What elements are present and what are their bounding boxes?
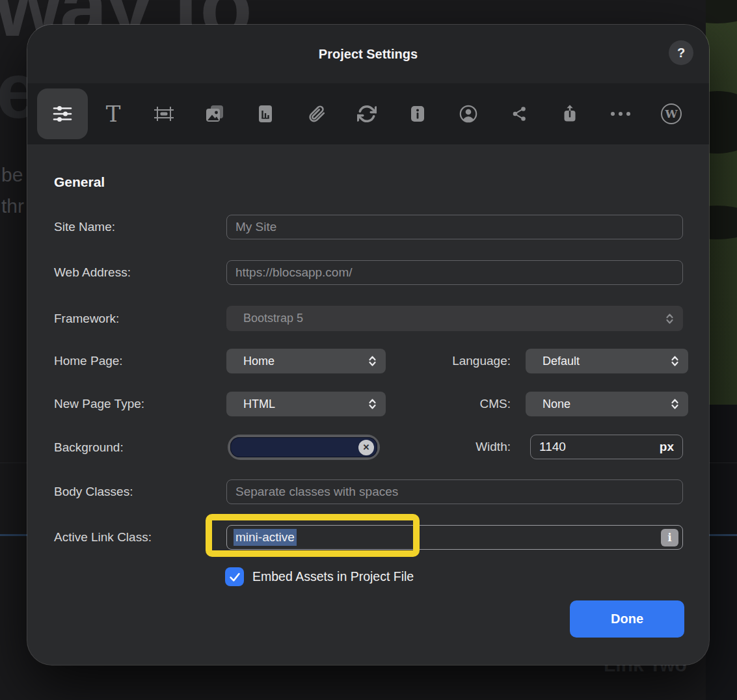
width-label: Width: [392,435,511,459]
refresh-icon [357,104,377,124]
active-link-class-input[interactable]: mini-active i [226,525,683,550]
chevron-updown-icon [665,313,674,325]
cms-select[interactable]: None [526,392,688,416]
tab-export[interactable] [544,88,595,139]
tab-analytics[interactable] [240,88,291,139]
ellipsis-icon [611,112,630,116]
width-input[interactable] [539,440,660,454]
chevron-updown-icon [368,398,377,410]
background-color-swatch [230,437,377,457]
export-upload-icon [560,104,580,124]
active-link-class-label: Active Link Class: [54,525,217,550]
home-page-select[interactable]: Home [226,349,386,373]
clear-color-icon[interactable]: ✕ [358,440,374,455]
user-icon [458,103,479,124]
site-name-input[interactable] [226,215,683,239]
framework-label: Framework: [54,306,217,331]
web-address-input[interactable] [226,260,683,285]
language-select[interactable]: Default [526,349,688,373]
settings-toolbar: T [27,83,709,144]
decorative-pod-shape [706,0,737,23]
tab-more[interactable] [595,88,646,139]
chevron-updown-icon [368,355,377,367]
background-page-text-fragment: be [1,164,23,186]
decorative-pod-shape [706,206,737,239]
tab-assets[interactable] [189,88,240,139]
section-title: General [54,174,105,190]
decorative-pod-shape [706,91,737,154]
tab-page-info[interactable] [392,88,443,139]
background-green-panel [706,0,737,405]
site-name-label: Site Name: [54,215,217,239]
tab-account[interactable] [443,88,494,139]
checkmark-icon [228,571,241,584]
image-icon [205,105,224,123]
share-icon [509,104,529,124]
new-page-type-select[interactable]: HTML [226,392,386,416]
embed-assets-label: Embed Assets in Project File [252,567,414,586]
home-page-value: Home [243,355,368,368]
tab-project-settings[interactable] [37,88,88,139]
body-classes-label: Body Classes: [54,479,217,504]
typography-icon: T [106,103,121,125]
width-unit: px [660,440,674,454]
info-icon [408,104,427,124]
language-value: Default [543,355,671,368]
tab-typography[interactable]: T [88,88,139,139]
dialog-title: Project Settings [319,47,418,62]
new-page-type-label: New Page Type: [54,392,217,416]
tab-attachments[interactable] [291,88,342,139]
web-address-label: Web Address: [54,260,217,285]
background-color-well[interactable]: ✕ [228,435,380,460]
help-button[interactable]: ? [669,40,693,65]
dialog-titlebar: Project Settings [27,25,709,83]
body-classes-input[interactable] [226,479,683,504]
background-label: Background: [54,435,217,460]
background-dark-section [706,405,737,700]
framework-value: Bootstrap 5 [243,312,665,325]
language-label: Language: [392,349,511,373]
background-page-text-fragment: thr [1,195,24,217]
new-page-type-value: HTML [243,397,368,411]
sliders-icon [51,103,74,125]
bar-chart-icon [256,104,275,124]
project-settings-dialog: Project Settings ? T [27,25,709,665]
frame-icon [153,104,175,124]
tab-sync[interactable] [342,88,392,139]
cms-label: CMS: [392,392,511,416]
done-button[interactable]: Done [570,600,684,638]
framework-select: Bootstrap 5 [226,306,683,331]
field-info-button[interactable]: i [661,529,678,546]
home-page-label: Home Page: [54,349,217,373]
width-field: px [530,435,683,459]
cms-value: None [543,397,671,411]
tab-blocs[interactable] [139,88,189,139]
chevron-updown-icon [671,398,679,410]
embed-assets-checkbox[interactable] [225,567,244,586]
paperclip-icon [306,104,326,124]
selected-text: mini-active [234,529,297,546]
tab-wordpress[interactable]: W [646,88,697,139]
screen: way to es be thr Link Two Project Settin… [0,0,737,700]
tab-share[interactable] [494,88,544,139]
wordpress-icon: W [661,103,682,124]
chevron-updown-icon [671,355,679,367]
